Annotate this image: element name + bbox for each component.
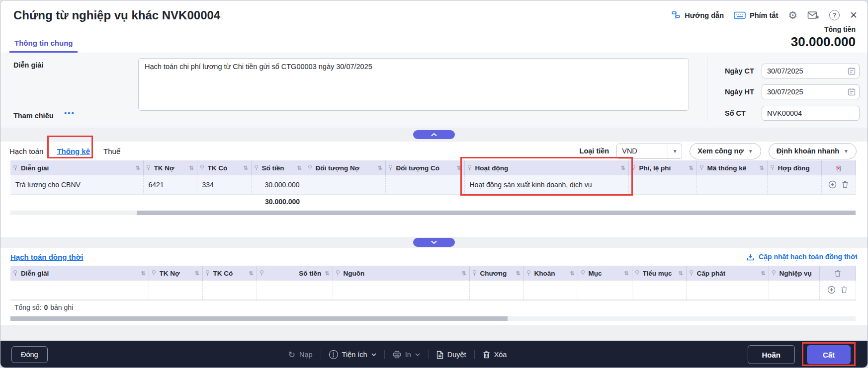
cell-hop-dong[interactable] <box>767 175 821 194</box>
tab-hach-toan[interactable]: Hạch toán <box>9 147 43 155</box>
pin-icon[interactable] <box>527 270 531 276</box>
pin-icon[interactable] <box>473 270 477 276</box>
add-row-icon[interactable] <box>827 286 836 294</box>
sort-icon[interactable]: ⇅ <box>377 165 382 171</box>
pin-icon[interactable] <box>13 270 17 276</box>
sort-icon[interactable]: ⇅ <box>689 165 693 171</box>
cell-hoat-dong[interactable]: Hoạt động sản xuất kinh doanh, dịch vụ <box>464 175 628 194</box>
pin-icon[interactable] <box>152 270 156 276</box>
horizontal-scrollbar[interactable] <box>10 211 856 215</box>
pin-icon[interactable] <box>200 165 204 171</box>
col-hoat-dong[interactable]: Hoạt động⇅ <box>464 160 628 175</box>
scrollbar-thumb[interactable] <box>10 316 508 321</box>
tab-thong-tin-chung[interactable]: Thông tin chung <box>9 39 78 53</box>
horizontal-scrollbar[interactable] <box>10 316 856 321</box>
sort-icon[interactable]: ⇅ <box>243 165 248 171</box>
col-cap-phat[interactable]: Cấp phát⇅ <box>686 266 769 281</box>
cell-tk-no[interactable]: 6421 <box>143 175 197 194</box>
sort-icon[interactable]: ⇅ <box>759 165 764 171</box>
col-delete[interactable]: ✕ <box>821 160 856 175</box>
add-row-icon[interactable] <box>828 180 837 189</box>
pin-icon[interactable] <box>690 270 694 276</box>
pin-icon[interactable] <box>468 165 472 171</box>
sort-icon[interactable]: ⇅ <box>189 165 193 171</box>
pin-icon[interactable] <box>206 270 210 276</box>
quick-entry-button[interactable]: Định khoản nhanh ▼ <box>769 143 857 159</box>
scrollbar-thumb[interactable] <box>137 211 856 215</box>
col-tieu-muc[interactable]: Tiểu mục⇅ <box>632 266 686 281</box>
feedback-mail-icon[interactable] <box>807 10 819 20</box>
reference-more-button[interactable]: ••• <box>64 109 75 117</box>
pin-icon[interactable] <box>336 270 340 276</box>
cell-phi-le-phi[interactable] <box>628 175 696 194</box>
sort-icon[interactable]: ⇅ <box>456 165 461 171</box>
delete-row-icon[interactable] <box>841 286 848 294</box>
col-tk-co[interactable]: TK Có⇅ <box>202 266 257 281</box>
shortcuts-button[interactable]: Phím tắt <box>734 11 778 19</box>
currency-select[interactable]: VND ▼ <box>616 144 682 159</box>
settings-gear-icon[interactable]: ⚙ <box>788 10 797 20</box>
pin-icon[interactable] <box>255 165 259 171</box>
simultaneous-link[interactable]: Hạch toán đồng thời <box>10 253 83 261</box>
pin-icon[interactable] <box>147 165 151 171</box>
approve-button[interactable]: Duyệt <box>436 351 466 359</box>
tab-thue[interactable]: Thuế <box>103 147 120 155</box>
sort-icon[interactable]: ⇅ <box>297 165 301 171</box>
pin-icon[interactable] <box>389 165 393 171</box>
sort-icon[interactable]: ⇅ <box>761 270 765 277</box>
description-input[interactable]: Hạch toán chi phí lương từ Chi tiền gửi … <box>138 58 689 111</box>
cell-doi-tuong-co[interactable] <box>385 175 464 194</box>
delete-row-icon[interactable] <box>842 181 849 188</box>
col-tk-co[interactable]: TK Có⇅ <box>197 160 251 175</box>
col-muc[interactable]: Mục⇅ <box>578 266 632 281</box>
col-doi-tuong-no[interactable]: Đối tượng Nợ⇅ <box>305 160 385 175</box>
sort-icon[interactable]: ⇅ <box>624 270 628 277</box>
view-debt-button[interactable]: Xem công nợ ▼ <box>690 143 761 159</box>
sort-icon[interactable]: ⇅ <box>194 270 199 277</box>
sort-icon[interactable]: ⇅ <box>570 270 574 277</box>
pin-icon[interactable] <box>260 270 264 276</box>
calendar-icon[interactable] <box>848 67 856 77</box>
print-button[interactable]: In <box>393 351 420 359</box>
col-chuong[interactable]: Chương⇅ <box>469 266 523 281</box>
reload-button[interactable]: ↻ Nạp <box>288 351 313 359</box>
utilities-button[interactable]: ⋮ Tiện ích <box>329 350 376 359</box>
sort-icon[interactable]: ⇅ <box>249 270 253 277</box>
sort-icon[interactable]: ⇅ <box>620 165 625 171</box>
close-button[interactable]: Đóng <box>11 346 48 363</box>
help-circle-icon[interactable]: ? <box>829 10 840 20</box>
col-tk-no[interactable]: TK Nợ⇅ <box>149 266 202 281</box>
col-ma-thong-ke[interactable]: Mã thống kê⇅ <box>696 160 767 175</box>
save-button[interactable]: Cất <box>807 345 851 364</box>
sort-icon[interactable]: ⇅ <box>461 270 466 277</box>
postpone-button[interactable]: Hoãn <box>748 345 795 364</box>
sort-icon[interactable]: ⇅ <box>678 270 683 277</box>
cell-tk-co[interactable]: 334 <box>197 175 251 194</box>
cell-dien-giai[interactable]: Trả lương cho CBNV <box>10 175 143 194</box>
pin-icon[interactable] <box>635 270 639 276</box>
cell-so-tien[interactable]: 30.000.000 <box>251 175 305 194</box>
col-so-tien[interactable]: Số tiền⇅ <box>257 266 333 281</box>
pin-icon[interactable] <box>771 165 775 171</box>
col-delete[interactable] <box>819 266 856 281</box>
sort-icon[interactable]: ⇅ <box>516 270 520 277</box>
pin-icon[interactable] <box>632 165 636 171</box>
posting-date-input[interactable] <box>762 84 860 99</box>
sort-icon[interactable]: ⇅ <box>141 270 145 277</box>
cell-doi-tuong-no[interactable] <box>305 175 385 194</box>
doc-no-input[interactable] <box>762 106 860 121</box>
collapse-simultaneous-button[interactable] <box>413 238 455 247</box>
col-phi-le-phi[interactable]: Phí, lệ phí⇅ <box>628 160 696 175</box>
col-doi-tuong-co[interactable]: Đối tượng Có⇅ <box>385 160 464 175</box>
delete-button[interactable]: Xóa <box>483 351 507 359</box>
col-dien-giai[interactable]: Diễn giải⇅ <box>10 160 143 175</box>
pin-icon[interactable] <box>308 165 312 171</box>
close-icon[interactable]: ✕ <box>850 9 858 21</box>
update-simultaneous-link[interactable]: Cập nhật hạch toán đồng thời <box>746 253 858 261</box>
col-nghiep-vu[interactable]: Nghiệp vụ <box>769 266 819 281</box>
col-nguon[interactable]: Nguồn⇅ <box>333 266 469 281</box>
pin-icon[interactable] <box>700 165 704 171</box>
pin-icon[interactable] <box>772 270 776 276</box>
collapse-header-button[interactable] <box>413 130 455 139</box>
help-guide-button[interactable]: Hướng dẫn <box>671 10 724 20</box>
